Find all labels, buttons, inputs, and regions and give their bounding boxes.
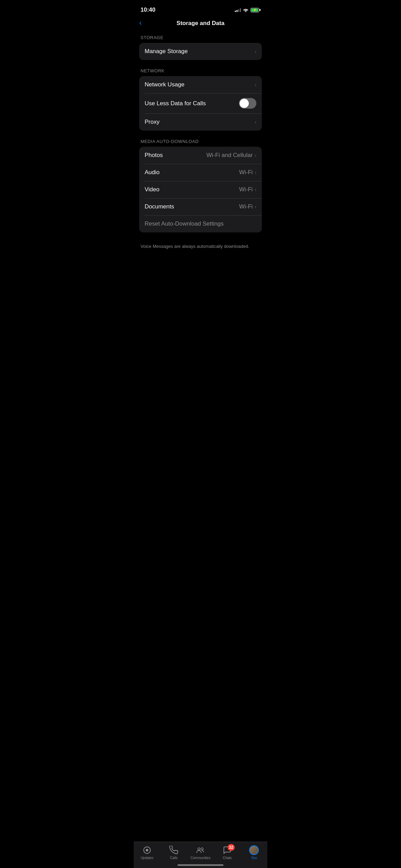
status-icons: ⚡ [235,8,260,12]
status-time: 10:40 [141,7,155,13]
toggle-knob [240,99,249,108]
media-section-label: MEDIA AUTO-DOWNLOAD [134,139,267,147]
back-chevron-icon: ‹ [139,19,142,27]
audio-value: Wi-Fi [239,169,253,176]
proxy-row[interactable]: Proxy › [139,113,262,131]
video-row[interactable]: Video Wi-Fi › [139,181,262,198]
wifi-icon [243,8,248,12]
storage-group: Manage Storage › [139,43,262,60]
documents-row[interactable]: Documents Wi-Fi › [139,198,262,215]
audio-chevron: › [255,170,256,175]
video-chevron: › [255,187,256,192]
media-group: Photos Wi-Fi and Cellular › Audio Wi-Fi … [139,147,262,232]
main-content: STORAGE Manage Storage › NETWORK Network… [134,35,267,299]
status-bar: 10:40 ⚡ [134,0,267,17]
documents-right: Wi-Fi › [239,203,256,210]
audio-label: Audio [145,169,159,176]
proxy-right: › [255,119,256,125]
network-section-label: NETWORK [134,68,267,76]
footer-note: Voice Messages are always automatically … [134,241,267,258]
nav-header: ‹ Storage and Data [134,17,267,32]
use-less-data-row: Use Less Data for Calls [139,93,262,113]
photos-label: Photos [145,152,163,159]
proxy-chevron: › [255,119,256,125]
video-value: Wi-Fi [239,186,253,193]
documents-value: Wi-Fi [239,203,253,210]
signal-icon [235,8,241,12]
manage-storage-right: › [255,49,256,54]
use-less-data-label: Use Less Data for Calls [145,100,206,107]
network-usage-row[interactable]: Network Usage › [139,76,262,93]
page-title: Storage and Data [177,20,224,27]
photos-value: Wi-Fi and Cellular [206,152,253,159]
video-right: Wi-Fi › [239,186,256,193]
storage-section-label: STORAGE [134,35,267,43]
manage-storage-label: Manage Storage [145,48,188,55]
documents-label: Documents [145,203,174,210]
proxy-label: Proxy [145,119,159,125]
documents-chevron: › [255,204,256,209]
reset-auto-download-label: Reset Auto-Download Settings [145,220,224,227]
video-label: Video [145,186,159,193]
audio-row[interactable]: Audio Wi-Fi › [139,164,262,181]
network-usage-right: › [255,82,256,87]
battery-icon: ⚡ [251,8,260,12]
network-usage-chevron: › [255,82,256,87]
photos-chevron: › [255,153,256,158]
network-usage-label: Network Usage [145,81,184,88]
photos-right: Wi-Fi and Cellular › [206,152,256,159]
manage-storage-row[interactable]: Manage Storage › [139,43,262,60]
reset-auto-download-row[interactable]: Reset Auto-Download Settings [139,215,262,232]
audio-right: Wi-Fi › [239,169,256,176]
back-button[interactable]: ‹ [139,20,142,27]
photos-row[interactable]: Photos Wi-Fi and Cellular › [139,147,262,164]
manage-storage-chevron: › [255,49,256,54]
network-group: Network Usage › Use Less Data for Calls … [139,76,262,131]
use-less-data-toggle[interactable] [239,98,256,109]
